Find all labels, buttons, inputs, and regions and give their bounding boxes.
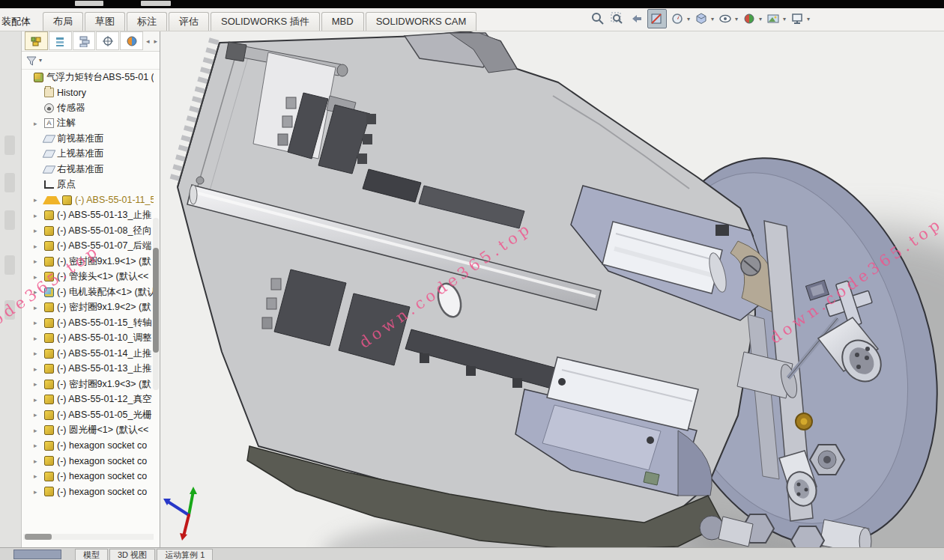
tree-filter[interactable]: ▾ <box>22 52 160 70</box>
ghost-icon <box>4 255 15 275</box>
ghost-icon <box>4 210 15 230</box>
tree-item-icon <box>44 456 54 466</box>
command-tab[interactable]: MBD <box>321 12 364 31</box>
dimxpert-tab[interactable] <box>96 31 119 50</box>
apply-scene-icon[interactable] <box>764 10 782 28</box>
tree-item-label: 原点 <box>57 178 76 191</box>
tree-item-icon <box>44 226 54 236</box>
expand-arrow-icon[interactable] <box>34 304 44 311</box>
tree-item[interactable]: (-) ABS-55-01-15_转轴 <box>22 315 154 331</box>
expand-arrow-icon[interactable] <box>34 457 44 465</box>
command-tab[interactable]: 草图 <box>85 12 125 31</box>
section-view-icon[interactable] <box>647 9 667 28</box>
tree-item[interactable]: (-) hexagon socket co <box>22 454 154 469</box>
tree-item[interactable]: (-) ABS-55-01-13_止推 <box>22 208 154 224</box>
document-tab[interactable]: 运动算例 1 <box>157 549 213 560</box>
scrollbar-thumb[interactable] <box>25 534 52 540</box>
tree-item[interactable]: (-) hexagon socket co <box>22 484 154 500</box>
expand-arrow-icon[interactable] <box>34 380 44 388</box>
command-tab[interactable]: 布局 <box>43 12 83 31</box>
tree-vertical-scrollbar[interactable] <box>153 218 159 390</box>
expand-arrow-icon[interactable] <box>34 319 44 326</box>
tree-item-icon <box>44 395 54 404</box>
command-tab[interactable]: 装配体 <box>0 12 41 31</box>
tree-item[interactable]: 气浮力矩转台ABS-55-01 ( <box>22 70 154 85</box>
expand-arrow-icon[interactable] <box>34 243 44 250</box>
zoom-to-area-icon[interactable] <box>608 10 626 28</box>
tree-item-icon <box>44 380 54 389</box>
dropdown-caret[interactable]: ▾ <box>711 16 714 22</box>
tree-item[interactable]: 注解 <box>22 116 154 132</box>
tree-item[interactable]: 传感器 <box>22 100 154 116</box>
tree-item[interactable]: (-) 管接头<1> (默认<< <box>22 270 154 285</box>
title-bar <box>0 0 944 8</box>
tree-item[interactable]: History <box>22 85 154 101</box>
expand-arrow-icon[interactable] <box>34 396 44 404</box>
dropdown-caret[interactable]: ▾ <box>807 16 810 22</box>
dropdown-caret[interactable]: ▾ <box>783 16 786 22</box>
expand-arrow-icon[interactable] <box>34 288 44 296</box>
tree-item[interactable]: (-) ABS-55-01-11_5 <box>22 192 154 208</box>
expand-arrow-icon[interactable] <box>34 212 44 219</box>
tree-item[interactable]: (-) ABS-55-01-05_光栅 <box>22 407 154 423</box>
display-style-icon[interactable] <box>692 10 710 28</box>
tree-item[interactable]: (-) 密封圈9x1.9<3> (默 <box>22 377 154 392</box>
featuremanager-tab[interactable] <box>25 31 48 50</box>
expand-arrow-icon[interactable] <box>34 335 44 342</box>
tree-item[interactable]: (-) ABS-55-01-14_止推 <box>22 346 154 362</box>
panel-tab-scroll-right[interactable]: ▸ <box>151 37 160 45</box>
tree-item[interactable]: (-) ABS-55-01-13_止推 <box>22 362 154 377</box>
propertymanager-tab[interactable] <box>49 31 72 50</box>
tree-item[interactable]: 右视基准面 <box>22 162 154 177</box>
expand-arrow-icon[interactable] <box>34 411 44 419</box>
edit-appearance-icon[interactable] <box>740 10 758 28</box>
dropdown-caret[interactable]: ▾ <box>759 16 762 22</box>
displaymanager-tab[interactable] <box>120 31 143 50</box>
expand-arrow-icon[interactable] <box>34 273 44 281</box>
hide-show-items-icon[interactable] <box>716 10 734 28</box>
filter-caret[interactable]: ▾ <box>39 57 42 64</box>
expand-arrow-icon[interactable] <box>34 488 44 496</box>
tree-item[interactable]: (-) hexagon socket co <box>22 469 154 484</box>
document-tab[interactable]: 模型 <box>75 549 108 560</box>
tree-item[interactable]: (-) hexagon socket co <box>22 438 154 454</box>
tree-item[interactable]: 前视基准面 <box>22 131 154 147</box>
tree-item-label: (-) 密封圈9x1.9<3> (默 <box>57 378 151 391</box>
tree-item[interactable]: (-) ABS-55-01-08_径向 <box>22 223 154 239</box>
tree-horizontal-scrollbar[interactable] <box>23 534 154 540</box>
scrollbar-thumb[interactable] <box>153 248 159 353</box>
status-bar: 模型 3D 视图 运动算例 1 <box>0 547 944 560</box>
configurationmanager-tab[interactable] <box>73 31 96 50</box>
command-tab[interactable]: SOLIDWORKS 插件 <box>211 12 320 31</box>
command-tab[interactable]: 评估 <box>169 12 209 31</box>
tree-item[interactable]: 原点 <box>22 177 154 193</box>
expand-arrow-icon[interactable] <box>34 427 44 434</box>
view-orientation-icon[interactable] <box>668 10 686 28</box>
zoom-to-fit-icon[interactable] <box>589 10 607 28</box>
expand-arrow-icon[interactable] <box>34 120 44 127</box>
tree-item[interactable]: (-) 电机装配体<1> (默认 <box>22 284 154 300</box>
dropdown-caret[interactable]: ▾ <box>687 16 690 22</box>
tree-item[interactable]: (-) ABS-55-01-07_后端 <box>22 239 154 255</box>
expand-arrow-icon[interactable] <box>34 258 44 265</box>
panel-tab-scroll-left[interactable]: ◂ <box>144 37 152 45</box>
document-tab[interactable]: 3D 视图 <box>109 549 155 560</box>
expand-arrow-icon[interactable] <box>34 227 44 234</box>
tree-item-label: (-) ABS-55-01-14_止推 <box>57 347 151 360</box>
tree-item[interactable]: (-) 圆光栅<1> (默认<< <box>22 423 154 439</box>
expand-arrow-icon[interactable] <box>34 350 44 357</box>
tree-item[interactable]: (-) 密封圈9x1.9<2> (默 <box>22 300 154 316</box>
command-tab[interactable]: SOLIDWORKS CAM <box>366 12 477 31</box>
tree-item[interactable]: (-) 密封圈9x1.9<1> (默 <box>22 254 154 270</box>
expand-arrow-icon[interactable] <box>34 365 44 373</box>
expand-arrow-icon[interactable] <box>34 472 44 480</box>
expand-arrow-icon[interactable] <box>34 442 44 449</box>
command-tab[interactable]: 标注 <box>127 12 167 31</box>
dropdown-caret[interactable]: ▾ <box>735 16 738 22</box>
previous-view-icon[interactable] <box>628 10 646 28</box>
tree-item-label: (-) ABS-55-01-07_后端 <box>57 240 151 252</box>
tree-item[interactable]: (-) ABS-55-01-12_真空 <box>22 392 154 408</box>
tree-item[interactable]: (-) ABS-55-01-10_调整 <box>22 331 154 347</box>
tree-item[interactable]: 上视基准面 <box>22 147 154 162</box>
view-settings-icon[interactable] <box>788 10 806 28</box>
